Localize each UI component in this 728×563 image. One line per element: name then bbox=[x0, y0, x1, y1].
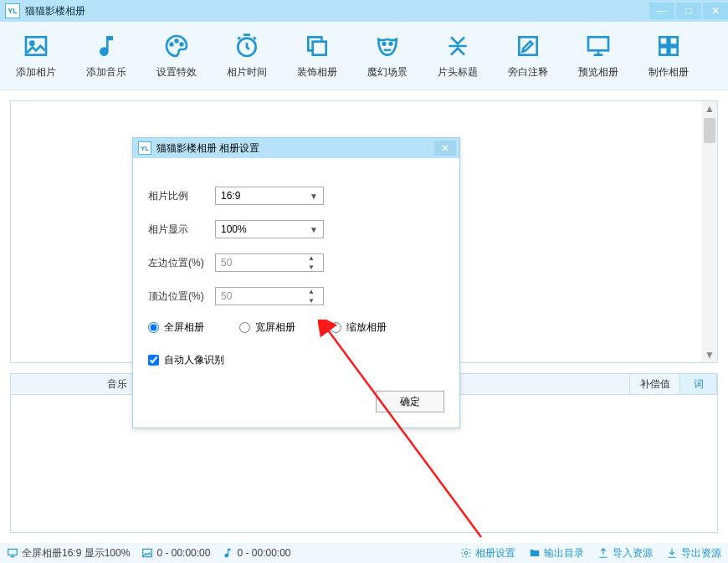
photo-icon bbox=[22, 32, 50, 60]
widescreen-radio-input[interactable] bbox=[239, 322, 250, 333]
ok-button[interactable]: 确定 bbox=[376, 391, 444, 412]
zoom-radio[interactable]: 缩放相册 bbox=[331, 320, 387, 335]
status-bar: 全屏相册16:9 显示100% 0 - 00:00:00 0 - 00:00:0… bbox=[0, 543, 728, 563]
upload-icon bbox=[597, 547, 609, 559]
decorate-album-button[interactable]: 装饰相册 bbox=[290, 32, 345, 79]
download-icon bbox=[666, 547, 678, 559]
chevron-up-icon[interactable]: ▲ bbox=[305, 253, 318, 263]
tool-label: 旁白注释 bbox=[508, 65, 548, 79]
tool-label: 片头标题 bbox=[438, 65, 478, 79]
scroll-down-icon[interactable]: ▼ bbox=[702, 347, 717, 362]
status-music-count: 0 - 00:00:00 bbox=[222, 547, 290, 559]
display-value: 100% bbox=[221, 223, 247, 235]
export-resources-link[interactable]: 导出资源 bbox=[666, 546, 721, 560]
tool-label: 添加音乐 bbox=[86, 65, 126, 79]
ratio-select[interactable]: 16:9 ▼ bbox=[215, 187, 324, 205]
add-music-button[interactable]: 添加音乐 bbox=[79, 32, 134, 79]
auto-face-checkbox-row[interactable]: 自动人像识别 bbox=[148, 353, 444, 367]
scroll-up-icon[interactable]: ▲ bbox=[702, 101, 717, 116]
svg-point-3 bbox=[176, 40, 178, 43]
widescreen-radio[interactable]: 宽屏相册 bbox=[239, 320, 295, 335]
fullscreen-radio-input[interactable] bbox=[148, 322, 159, 333]
svg-rect-12 bbox=[669, 37, 677, 44]
main-toolbar: 添加相片 添加音乐 设置特效 相片时间 装饰相册 魔幻场景 片头标题 旁白注释 … bbox=[0, 22, 728, 90]
svg-rect-10 bbox=[588, 37, 608, 50]
ratio-value: 16:9 bbox=[221, 190, 240, 202]
svg-rect-13 bbox=[659, 47, 667, 54]
minimize-button[interactable]: ― bbox=[649, 3, 674, 19]
set-effects-button[interactable]: 设置特效 bbox=[149, 32, 204, 79]
auto-face-checkbox[interactable] bbox=[148, 355, 159, 366]
top-pos-label: 顶边位置(%) bbox=[148, 289, 215, 304]
make-album-button[interactable]: 制作相册 bbox=[641, 32, 696, 79]
top-pos-value: 50 bbox=[221, 290, 232, 302]
title-icon bbox=[443, 32, 472, 60]
svg-rect-14 bbox=[669, 47, 677, 54]
copy-icon bbox=[303, 32, 331, 60]
tool-label: 添加相片 bbox=[16, 65, 56, 79]
dialog-body: 相片比例 16:9 ▼ 相片显示 100% ▼ 左边位置(%) 50 ▲▼ 顶边… bbox=[133, 158, 459, 427]
status-music-text: 0 - 00:00:00 bbox=[237, 547, 290, 559]
spinner[interactable]: ▲▼ bbox=[305, 287, 318, 305]
tool-label: 魔幻场景 bbox=[367, 65, 408, 79]
radio-label: 全屏相册 bbox=[164, 320, 204, 335]
add-photo-button[interactable]: 添加相片 bbox=[8, 32, 64, 79]
chevron-down-icon[interactable]: ▼ bbox=[305, 263, 318, 272]
album-settings-dialog: YL 猫猫影楼相册 相册设置 ✕ 相片比例 16:9 ▼ 相片显示 100% ▼… bbox=[132, 137, 460, 428]
photo-time-button[interactable]: 相片时间 bbox=[219, 32, 274, 79]
svg-rect-6 bbox=[313, 42, 326, 55]
chevron-up-icon[interactable]: ▲ bbox=[305, 287, 318, 296]
settings-label: 相册设置 bbox=[475, 546, 515, 560]
app-icon: YL bbox=[5, 3, 20, 18]
maximize-button[interactable]: □ bbox=[676, 3, 701, 19]
svg-point-1 bbox=[30, 42, 33, 45]
display-select[interactable]: 100% ▼ bbox=[215, 220, 324, 238]
status-display: 全屏相册16:9 显示100% bbox=[7, 546, 130, 560]
col-lyrics[interactable]: 词 bbox=[680, 374, 717, 394]
chevron-down-icon[interactable]: ▼ bbox=[305, 296, 318, 305]
edit-icon bbox=[514, 32, 542, 60]
svg-point-2 bbox=[171, 44, 173, 46]
album-settings-link[interactable]: 相册设置 bbox=[460, 546, 515, 560]
dialog-footer: 确定 bbox=[148, 391, 444, 412]
tool-label: 装饰相册 bbox=[297, 65, 337, 79]
svg-point-4 bbox=[181, 44, 183, 46]
output-dir-link[interactable]: 输出目录 bbox=[529, 546, 584, 560]
dialog-title-text: 猫猫影楼相册 相册设置 bbox=[156, 141, 259, 156]
left-pos-value: 50 bbox=[221, 257, 232, 269]
close-button[interactable]: ✕ bbox=[703, 3, 728, 19]
checkbox-label: 自动人像识别 bbox=[164, 353, 224, 367]
radio-label: 宽屏相册 bbox=[255, 320, 295, 335]
grid-icon bbox=[654, 32, 683, 60]
radio-label: 缩放相册 bbox=[346, 320, 387, 335]
preview-album-button[interactable]: 预览相册 bbox=[571, 32, 626, 79]
left-pos-label: 左边位置(%) bbox=[148, 256, 215, 270]
scroll-thumb[interactable] bbox=[704, 118, 715, 143]
dialog-titlebar: YL 猫猫影楼相册 相册设置 ✕ bbox=[133, 138, 459, 158]
tool-label: 制作相册 bbox=[649, 65, 689, 79]
album-mode-radio-group: 全屏相册 宽屏相册 缩放相册 bbox=[148, 320, 444, 335]
photo-icon bbox=[141, 547, 153, 559]
app-title: 猫猫影楼相册 bbox=[25, 4, 85, 18]
magic-scene-button[interactable]: 魔幻场景 bbox=[360, 32, 415, 79]
svg-point-8 bbox=[390, 43, 392, 45]
import-label: 导入资源 bbox=[613, 546, 653, 560]
clock-icon bbox=[233, 32, 261, 60]
spinner[interactable]: ▲▼ bbox=[305, 253, 318, 272]
narration-button[interactable]: 旁白注释 bbox=[500, 32, 556, 79]
tool-label: 设置特效 bbox=[156, 65, 197, 79]
left-pos-input[interactable]: 50 ▲▼ bbox=[215, 253, 324, 272]
import-resources-link[interactable]: 导入资源 bbox=[597, 546, 653, 560]
app-icon: YL bbox=[138, 141, 151, 155]
canvas-scrollbar[interactable]: ▲ ▼ bbox=[702, 101, 717, 362]
ratio-label: 相片比例 bbox=[148, 189, 215, 203]
top-pos-input[interactable]: 50 ▲▼ bbox=[215, 287, 324, 305]
dialog-close-button[interactable]: ✕ bbox=[434, 141, 456, 156]
window-controls: ― □ ✕ bbox=[648, 3, 728, 19]
zoom-radio-input[interactable] bbox=[331, 322, 341, 333]
title-button[interactable]: 片头标题 bbox=[430, 32, 485, 79]
folder-icon bbox=[529, 547, 541, 559]
col-offset[interactable]: 补偿值 bbox=[630, 374, 680, 394]
fullscreen-radio[interactable]: 全屏相册 bbox=[148, 320, 204, 335]
tool-label: 预览相册 bbox=[578, 65, 618, 79]
